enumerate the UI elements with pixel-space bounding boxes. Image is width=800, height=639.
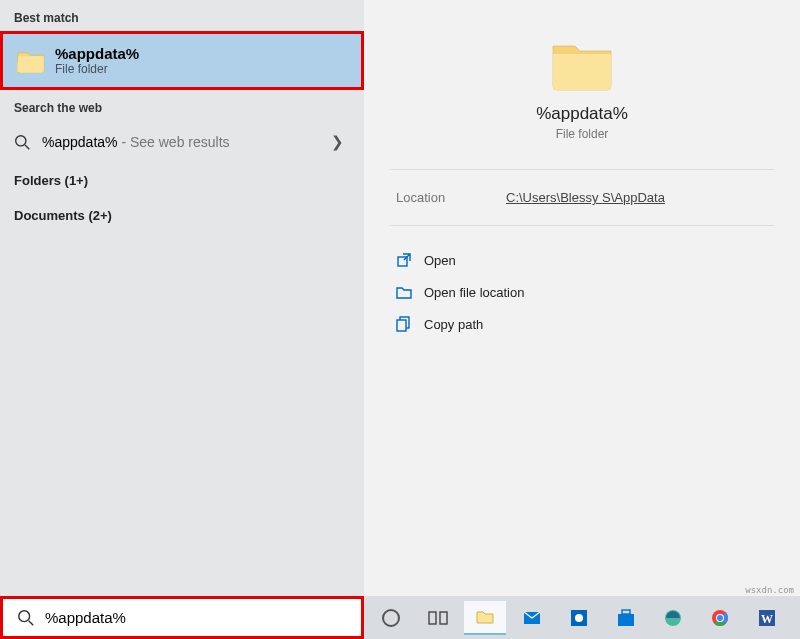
word-taskbar[interactable]: W [746,601,788,635]
svg-point-11 [575,614,583,622]
svg-rect-4 [397,320,406,331]
mail-taskbar[interactable] [511,601,553,635]
preview-title: %appdata% [536,104,628,124]
search-input[interactable] [45,609,347,626]
location-row: Location C:\Users\Blessy S\AppData [390,169,774,226]
chevron-right-icon: ❯ [331,133,344,151]
svg-rect-8 [440,612,447,624]
open-location-action[interactable]: Open file location [390,276,774,308]
open-icon [396,252,412,268]
location-path[interactable]: C:\Users\Blessy S\AppData [506,190,665,205]
copy-icon [396,316,412,332]
app-icon [569,608,589,628]
app-taskbar-1[interactable] [558,601,600,635]
best-match-title: %appdata% [55,45,139,62]
bottom-bar: W [0,596,800,639]
chrome-taskbar[interactable] [699,601,741,635]
circle-icon [382,609,400,627]
mail-icon [522,608,542,628]
folder-open-icon [396,284,412,300]
open-action[interactable]: Open [390,244,774,276]
watermark: wsxdn.com [745,585,794,595]
folder-icon [550,40,614,92]
file-explorer-taskbar[interactable] [464,601,506,635]
web-result-text: %appdata% - See web results [42,134,331,150]
folders-category[interactable]: Folders (1+) [0,163,364,198]
location-label: Location [396,190,506,205]
svg-point-0 [16,135,26,145]
chrome-icon [710,608,730,628]
task-view-icon [428,608,448,628]
preview-subtitle: File folder [556,127,609,141]
best-match-subtitle: File folder [55,62,139,76]
store-icon [616,608,636,628]
search-results-panel: Best match %appdata% File folder Search … [0,0,364,596]
svg-rect-12 [618,614,634,626]
folder-icon [17,49,45,73]
documents-category[interactable]: Documents (2+) [0,198,364,233]
folder-icon [475,607,495,627]
best-match-result[interactable]: %appdata% File folder [0,31,364,90]
copy-path-action[interactable]: Copy path [390,308,774,340]
task-view-button[interactable] [417,601,459,635]
preview-panel: %appdata% File folder Location C:\Users\… [364,0,800,596]
search-icon [14,134,31,151]
web-search-result[interactable]: %appdata% - See web results ❯ [0,121,364,163]
cortana-button[interactable] [370,601,412,635]
svg-line-6 [29,620,34,625]
edge-icon [663,608,683,628]
svg-rect-7 [429,612,436,624]
edge-taskbar[interactable] [652,601,694,635]
svg-text:W: W [761,612,773,626]
open-label: Open [424,253,456,268]
search-web-header: Search the web [0,90,364,121]
svg-line-1 [25,145,29,149]
search-box[interactable] [0,596,364,639]
taskbar: W [364,596,800,639]
svg-point-19 [717,615,723,621]
search-icon [17,609,35,627]
open-location-label: Open file location [424,285,524,300]
svg-point-5 [19,610,30,621]
copy-path-label: Copy path [424,317,483,332]
word-icon: W [757,608,777,628]
best-match-header: Best match [0,0,364,31]
store-taskbar[interactable] [605,601,647,635]
svg-rect-13 [622,610,630,614]
